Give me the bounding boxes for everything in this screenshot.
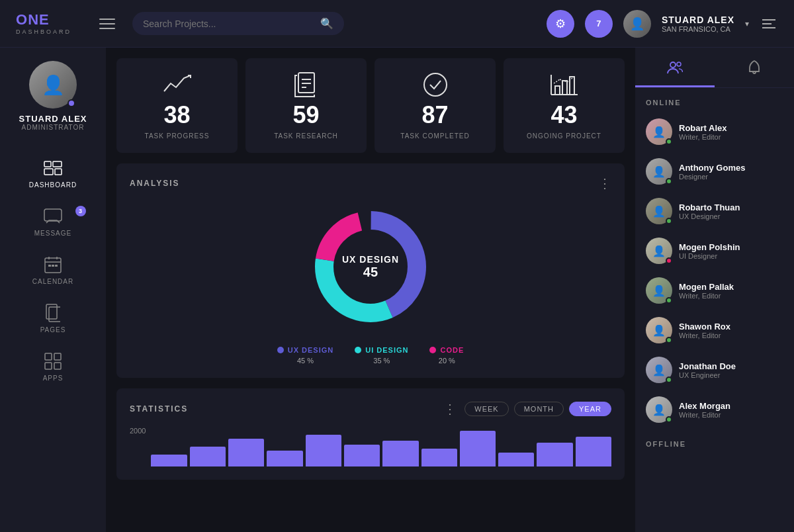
search-input[interactable] bbox=[143, 19, 314, 29]
contact-info-7: Alex Morgan Writer, Editor bbox=[679, 401, 783, 419]
contact-info-2: Robarto Thuan UX Designer bbox=[679, 202, 783, 220]
online-status-dot-3 bbox=[666, 257, 672, 264]
stat-label-ongoing-project: ONGOING PROJECT bbox=[527, 132, 601, 140]
contact-avatar-0: 👤 bbox=[646, 118, 672, 145]
message-icon bbox=[44, 207, 62, 226]
dashboard-icon bbox=[44, 159, 62, 177]
chevron-down-icon[interactable]: ▾ bbox=[745, 19, 749, 28]
stat-card-task-research: 59 TASK RESEARCH bbox=[245, 58, 367, 153]
offline-section-label: OFFLINE bbox=[635, 429, 794, 453]
sidebar-label-message: MESSAGE bbox=[34, 230, 71, 237]
stat-cards: 38 TASK PROGRESS 59 TASK RESEARCH bbox=[116, 58, 625, 153]
svg-rect-15 bbox=[54, 353, 61, 360]
menu-lines-button[interactable] bbox=[760, 17, 778, 31]
donut-chart: UX DESIGN 45 bbox=[304, 200, 437, 333]
svg-rect-26 bbox=[562, 81, 567, 95]
sidebar-item-pages[interactable]: PAGES bbox=[0, 296, 106, 341]
legend-item-ux-design: UX DESIGN 45 % bbox=[277, 346, 334, 365]
svg-rect-11 bbox=[55, 265, 58, 267]
analysis-more-button[interactable]: ⋮ bbox=[598, 177, 611, 190]
donut-center-text: UX DESIGN 45 bbox=[342, 254, 399, 280]
stat-number-task-completed: 87 bbox=[421, 103, 448, 127]
rpanel-tab-people[interactable] bbox=[635, 48, 715, 87]
stats-y-label: 2000 bbox=[130, 427, 146, 435]
legend-item-ui-design: UI DESIGN 35 % bbox=[355, 346, 408, 365]
contact-name-5: Shawon Rox bbox=[679, 322, 783, 332]
ongoing-project-icon bbox=[550, 71, 579, 98]
sidebar-label-dashboard: DASHBOARD bbox=[29, 181, 77, 189]
analysis-card: ANALYSIS ⋮ bbox=[116, 163, 625, 378]
legend-label-code: CODE bbox=[440, 346, 464, 354]
user-location: SAN FRANSICO, CA bbox=[662, 25, 734, 33]
sidebar-item-message[interactable]: 3 MESSAGE bbox=[0, 199, 106, 245]
stat-number-task-research: 59 bbox=[292, 103, 319, 127]
logo-area: one DASHBOARD bbox=[16, 13, 82, 35]
contact-item-6[interactable]: 👤 Jonathan Doe UX Engineer bbox=[635, 350, 794, 390]
sidebar-item-calendar[interactable]: CALENDAR bbox=[0, 247, 106, 293]
legend-dot-code bbox=[429, 347, 436, 353]
sidebar-item-dashboard[interactable]: DASHBOARD bbox=[0, 151, 106, 197]
contact-item-1[interactable]: 👤 Anthony Gomes Designer bbox=[635, 152, 794, 191]
svg-rect-2 bbox=[44, 169, 53, 175]
sidebar-label-calendar: CALENDAR bbox=[32, 278, 73, 285]
rpanel-tab-notifications[interactable] bbox=[715, 48, 794, 87]
sidebar-item-apps[interactable]: APPS bbox=[0, 344, 106, 390]
contact-item-5[interactable]: 👤 Shawon Rox Writer, Editor bbox=[635, 310, 794, 350]
contact-info-5: Shawon Rox Writer, Editor bbox=[679, 322, 783, 339]
analysis-title: ANALYSIS bbox=[130, 179, 180, 188]
contact-avatar-6: 👤 bbox=[646, 357, 672, 383]
online-status-dot-6 bbox=[666, 377, 672, 383]
stat-label-task-research: TASK RESEARCH bbox=[274, 132, 338, 140]
online-status-dot-2 bbox=[666, 218, 672, 224]
task-research-icon bbox=[293, 71, 320, 98]
contact-item-0[interactable]: 👤 Robart Alex Writer, Editor bbox=[635, 112, 794, 152]
time-btn-year[interactable]: YEAR bbox=[569, 402, 611, 416]
user-avatar-button[interactable]: 👤 bbox=[623, 10, 651, 38]
legend-pct-code: 20 % bbox=[439, 357, 455, 365]
legend-label-ux: UX DESIGN bbox=[288, 346, 334, 354]
gear-icon: ⚙ bbox=[555, 17, 566, 31]
statistics-header: STATISTICS ⋮ WEEK MONTH YEAR bbox=[130, 402, 611, 416]
contact-item-4[interactable]: 👤 Mogen Pallak Writer, Editor bbox=[635, 271, 794, 310]
settings-button[interactable]: ⚙ bbox=[547, 10, 574, 38]
notifications-button[interactable]: 7 bbox=[585, 10, 613, 38]
contact-name-2: Robarto Thuan bbox=[679, 202, 783, 212]
stats-bar-6 bbox=[344, 445, 380, 466]
stat-number-task-progress: 38 bbox=[163, 103, 190, 127]
svg-point-22 bbox=[424, 73, 447, 96]
legend-item-code: CODE 20 % bbox=[429, 346, 464, 365]
online-status-dot-1 bbox=[666, 178, 672, 185]
statistics-body: 2000 bbox=[130, 427, 611, 466]
stat-number-ongoing-project: 43 bbox=[551, 103, 577, 127]
stats-bar-4 bbox=[267, 451, 302, 466]
sidebar-username: STUARD ALEX bbox=[19, 114, 87, 124]
stat-card-ongoing-project: 43 ONGOING PROJECT bbox=[504, 58, 625, 153]
hamburger-button[interactable] bbox=[95, 15, 119, 33]
online-dot bbox=[67, 99, 75, 107]
contact-role-1: Designer bbox=[679, 173, 783, 181]
contact-role-5: Writer, Editor bbox=[679, 332, 783, 339]
svg-rect-3 bbox=[55, 169, 62, 175]
stats-bar-2 bbox=[190, 447, 226, 466]
sidebar-avatar: 👤 bbox=[29, 61, 77, 109]
online-status-dot-4 bbox=[666, 297, 672, 304]
contact-role-0: Writer, Editor bbox=[679, 133, 783, 141]
user-name: STUARD ALEX bbox=[662, 15, 734, 25]
sidebar: 👤 STUARD ALEX ADMINISTRATOR DASHBOARD bbox=[0, 48, 106, 532]
svg-rect-25 bbox=[555, 86, 560, 95]
contact-list-online: 👤 Robart Alex Writer, Editor 👤 Anthony G… bbox=[635, 112, 794, 429]
time-btn-month[interactable]: MONTH bbox=[514, 402, 564, 416]
statistics-title: STATISTICS bbox=[130, 404, 188, 414]
contact-item-2[interactable]: 👤 Robarto Thuan UX Designer bbox=[635, 191, 794, 231]
search-icon: 🔍 bbox=[320, 17, 333, 30]
time-btn-week[interactable]: WEEK bbox=[464, 402, 508, 416]
contact-item-3[interactable]: 👤 Mogen Polshin UI Designer bbox=[635, 231, 794, 271]
logo-sub: DASHBOARD bbox=[16, 28, 71, 35]
contact-role-3: UI Designer bbox=[679, 252, 783, 260]
contact-item-7[interactable]: 👤 Alex Morgan Writer, Editor bbox=[635, 390, 794, 429]
contact-avatar-1: 👤 bbox=[646, 158, 672, 185]
contact-name-6: Jonathan Doe bbox=[679, 361, 783, 371]
contact-name-7: Alex Morgan bbox=[679, 401, 783, 411]
statistics-more-button[interactable]: ⋮ bbox=[443, 402, 457, 416]
online-section-label: ONLINE bbox=[635, 88, 794, 112]
